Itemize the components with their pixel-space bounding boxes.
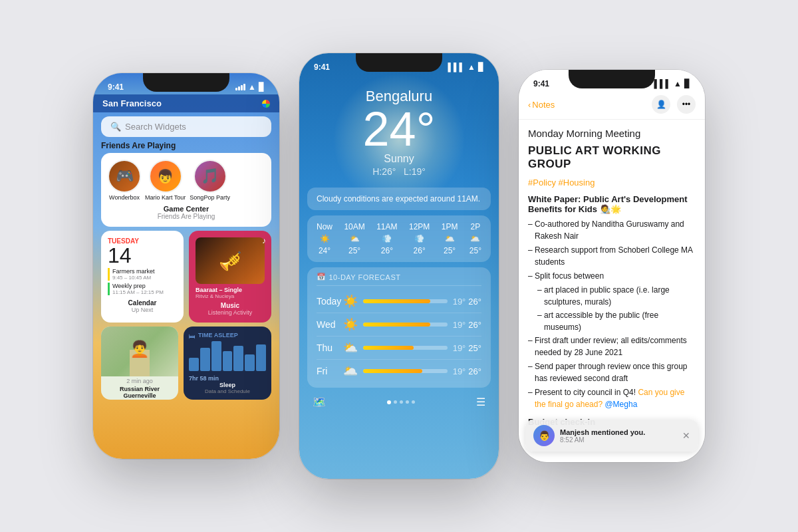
phone-3-wifi: ▲ bbox=[674, 79, 682, 88]
calendar-footer: Calendar bbox=[108, 299, 177, 307]
notes-share-button[interactable]: 👤 bbox=[652, 95, 670, 114]
forecast-fri: Fri 🌥️ 19° 26° bbox=[317, 360, 481, 382]
music-note-icon: ♪ bbox=[262, 236, 266, 245]
sleep-widget[interactable]: 🛏 TIME ASLEEP 7hr 58 min Sleep Data and … bbox=[184, 327, 271, 400]
battery-icon: ▊ bbox=[259, 82, 265, 92]
forecast-wed-high: 26° bbox=[468, 320, 481, 330]
person-circle-icon: 👤 bbox=[656, 100, 666, 109]
dot-1 bbox=[387, 400, 391, 404]
game-avatar-3: 🎵 SongPop Party bbox=[190, 160, 230, 201]
phone-1-status-icons: ▲ ▊ bbox=[235, 82, 265, 92]
list-icon: ☰ bbox=[476, 396, 485, 408]
forecast-today-bar-wrapper bbox=[363, 299, 448, 303]
calendar-small-icon: 📅 bbox=[317, 273, 327, 281]
forecast-today-low: 19° bbox=[453, 297, 466, 307]
forecast-thu-label: Thu bbox=[317, 342, 343, 353]
weather-bottom-bar: 🗺️ ☰ bbox=[299, 388, 499, 414]
search-placeholder: Search Widgets bbox=[125, 122, 186, 132]
notes-action-buttons: 👤 ••• bbox=[652, 95, 696, 114]
music-widget[interactable]: ♪ 🎺 Baaraat – Single Ritviz & Nucleya Mu… bbox=[189, 231, 271, 323]
hourly-row: Now ☀️ 24° 10AM ⛅ 25° 11AM 💨 26° 12PM 💨 bbox=[317, 222, 481, 255]
calendar-widget[interactable]: Tuesday 14 Farmers market 9:45 – 10:45 A… bbox=[101, 231, 184, 323]
forecast-thu-bar bbox=[363, 346, 414, 350]
weather-hourly: Now ☀️ 24° 10AM ⛅ 25° 11AM 💨 26° 12PM 💨 bbox=[307, 215, 491, 262]
phone-2-notch bbox=[356, 53, 442, 72]
hourly-1pm-temp: 25° bbox=[444, 246, 456, 255]
hourly-12pm: 12PM 💨 26° bbox=[409, 222, 430, 255]
cal-event2-name: Weekly prep bbox=[112, 283, 177, 289]
notification-person-icon: 👨 bbox=[539, 430, 550, 441]
hourly-10am-time: 10AM bbox=[344, 222, 364, 231]
music-song: Baaraat – Single bbox=[196, 287, 265, 293]
sleep-hr-label: hr bbox=[192, 375, 200, 382]
hourly-2p-time: 2P bbox=[471, 222, 481, 231]
notes-back-button[interactable]: ‹ Notes bbox=[528, 100, 555, 110]
hourly-11am: 11AM 💨 26° bbox=[376, 222, 397, 255]
notification-time: 8:52 AM bbox=[560, 436, 677, 444]
game2-label: Mario Kart Tour bbox=[145, 194, 186, 201]
phone-1-notch bbox=[143, 73, 229, 92]
weather-condition: Sunny bbox=[299, 153, 499, 165]
maps-avatar: 🧑‍🦱 bbox=[130, 340, 150, 358]
forecast-thu-icon: ⛅ bbox=[343, 340, 358, 355]
multicolor-icon bbox=[262, 100, 270, 108]
maps-town: Guerneville bbox=[123, 392, 156, 399]
bullet-3: Split focus between bbox=[528, 270, 696, 282]
forecast-wed-bar-wrapper bbox=[363, 323, 448, 327]
forecast-today-high: 26° bbox=[468, 297, 481, 307]
calendar-event-2: Weekly prep 11:15 AM – 12:15 PM bbox=[108, 283, 177, 295]
sleep-bar-7 bbox=[256, 344, 266, 371]
cal-event2-time: 11:15 AM – 12:15 PM bbox=[112, 289, 177, 295]
notes-background: 9:41 ▌▌▌ ▲ ▊ ‹ Notes 👤 ••• Monday bbox=[519, 70, 705, 462]
hourly-1pm: 1PM 🌥️ 25° bbox=[442, 222, 458, 255]
notes-back-label: Notes bbox=[532, 100, 555, 110]
note-title: Monday Morning Meeting bbox=[528, 128, 696, 139]
bullet-2: Research support from Schoberl College M… bbox=[528, 244, 696, 268]
weather-10day-forecast: 📅 10-DAY FORECAST Today ☀️ 19° 26° Wed ☀… bbox=[307, 267, 491, 388]
forecast-fri-bar-wrapper bbox=[363, 369, 448, 373]
sleep-bar-6 bbox=[245, 354, 255, 371]
weather-high: H:26° bbox=[372, 166, 396, 177]
phone-2-status-icons: ▌▌▌ ▲ ▊ bbox=[448, 63, 484, 72]
sleep-bar-1 bbox=[189, 358, 199, 371]
sub-bullet-2: art accessible by the public (free museu… bbox=[528, 309, 696, 333]
hourly-11am-time: 11AM bbox=[376, 222, 397, 231]
calendar-event-1: Farmers market 9:45 – 10:45 AM bbox=[108, 268, 177, 281]
avatar-wonderbox: 🎮 bbox=[108, 160, 141, 193]
notification-name: Manjesh mentioned you. bbox=[560, 428, 677, 436]
cal-event1-name: Farmers market bbox=[112, 268, 177, 275]
sleep-icon: 🛏 bbox=[189, 332, 196, 340]
music-artist: Ritviz & Nucleya bbox=[196, 293, 265, 299]
game-center-widget[interactable]: 🎮 Wonderbox 👦 Mario Kart Tour 🎵 SongPop … bbox=[101, 153, 271, 227]
forecast-thu-high: 25° bbox=[468, 343, 481, 353]
hourly-now-temp: 24° bbox=[319, 246, 331, 255]
notification-close-button[interactable]: ✕ bbox=[682, 430, 690, 441]
sleep-duration: 7hr 58 min bbox=[189, 374, 266, 382]
hourly-10am: 10AM ⛅ 25° bbox=[344, 222, 364, 255]
forecast-thu: Thu ⛅ 19° 25° bbox=[317, 336, 481, 360]
mention-notification[interactable]: 👨 Manjesh mentioned you. 8:52 AM ✕ bbox=[525, 420, 698, 452]
weather-background: 9:41 ▌▌▌ ▲ ▊ Bengaluru 24° Sunny H:26° L… bbox=[299, 53, 499, 479]
sleep-bar-2 bbox=[200, 348, 210, 371]
bullet-5: Send paper through review once this grou… bbox=[528, 360, 696, 384]
weather-high-low: H:26° L:19° bbox=[299, 166, 499, 177]
forecast-thu-bar-wrapper bbox=[363, 346, 448, 350]
notes-navigation: ‹ Notes 👤 ••• bbox=[519, 91, 705, 120]
forecast-wed-bar bbox=[363, 323, 430, 327]
notification-avatar: 👨 bbox=[533, 425, 555, 446]
sleep-mins: 58 bbox=[200, 375, 207, 382]
widget-search[interactable]: 🔍 Search Widgets bbox=[101, 116, 271, 137]
phone-2-battery: ▊ bbox=[478, 63, 484, 72]
phone-3-status-icons: ▌▌▌ ▲ ▊ bbox=[654, 79, 690, 88]
forecast-wed: Wed ☀️ 19° 26° bbox=[317, 313, 481, 336]
bullet-4: First draft under review; all edits/comm… bbox=[528, 334, 696, 358]
game-center-sub: Friends Are Playing bbox=[108, 213, 265, 220]
hourly-2p: 2P 🌥️ 25° bbox=[469, 222, 481, 255]
maps-time-ago: 2 min ago bbox=[101, 376, 178, 386]
map-icon: 🗺️ bbox=[313, 396, 326, 408]
maps-widget[interactable]: 🧑‍🦱 2 min ago Russian River Guerneville … bbox=[101, 327, 178, 400]
phone-2-time: 9:41 bbox=[314, 63, 330, 72]
hourly-10am-temp: 25° bbox=[348, 246, 360, 255]
chevron-left-icon: ‹ bbox=[528, 100, 531, 110]
notes-more-button[interactable]: ••• bbox=[677, 95, 696, 114]
